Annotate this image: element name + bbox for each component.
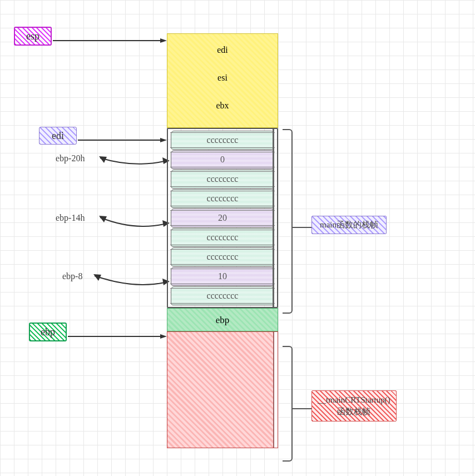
stack-row: cccccccc	[171, 170, 274, 189]
stack-row: 0	[171, 150, 274, 169]
saved-ebp-cell: ebp	[167, 308, 278, 331]
main-frame-label: main函数的栈帧	[311, 216, 387, 234]
offset-ebp-8: ebp-8	[62, 271, 82, 281]
stack-row: cccccccc	[171, 247, 274, 266]
svg-marker-5	[160, 334, 167, 339]
crt-frame-text-1: __tmainCRTStartup()	[318, 394, 390, 406]
yellow-esi: esi	[167, 60, 278, 87]
ebp-label: ebp	[41, 326, 55, 338]
stack-row: cccccccc	[171, 228, 274, 247]
ebp-pointer-box: ebp	[29, 323, 67, 341]
stack-side-shadow	[273, 129, 277, 307]
yellow-ebx: ebx	[167, 87, 278, 115]
svg-marker-11	[93, 274, 101, 281]
svg-marker-3	[160, 138, 167, 142]
offset-ebp-20h: ebp-20h	[56, 153, 85, 163]
stack-row: cccccccc	[171, 131, 274, 150]
offset-ebp-14h: ebp-14h	[56, 213, 85, 223]
crt-frame-bracket	[283, 346, 293, 462]
stack-column: edi esi ebx cccccccc 0 cccccccc cccccccc…	[167, 33, 278, 448]
crt-side-shadow	[273, 332, 278, 448]
pushed-registers-block: edi esi ebx	[167, 33, 278, 128]
stack-frame-table: cccccccc 0 cccccccc cccccccc 20 cccccccc…	[167, 128, 278, 308]
stack-row: 10	[171, 267, 274, 286]
esp-label: esp	[26, 31, 39, 42]
svg-marker-1	[160, 38, 167, 43]
edi-pointer-box: edi	[39, 127, 77, 145]
svg-marker-9	[99, 216, 107, 222]
saved-ebp-text: ebp	[216, 315, 230, 325]
yellow-edi: edi	[167, 34, 278, 60]
stack-row: cccccccc	[171, 189, 274, 208]
main-frame-text: main函数的栈帧	[320, 220, 378, 229]
svg-marker-7	[99, 156, 107, 163]
crt-frame-text-2: 函数栈帧	[318, 406, 390, 418]
edi-label: edi	[52, 130, 64, 142]
stack-row: cccccccc	[171, 286, 274, 305]
esp-pointer-box: esp	[14, 27, 52, 46]
crt-frame-block	[167, 331, 278, 448]
crt-frame-label: __tmainCRTStartup() 函数栈帧	[311, 390, 397, 422]
main-frame-bracket	[283, 129, 293, 314]
stack-row: 20	[171, 209, 274, 227]
